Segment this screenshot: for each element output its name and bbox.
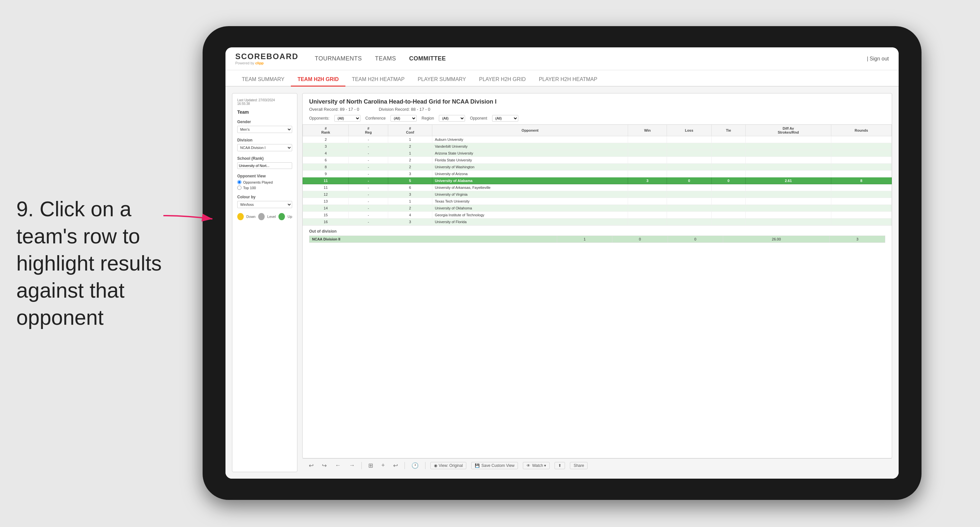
cell-rank: 2 <box>303 136 349 143</box>
copy-button[interactable]: ⊞ <box>367 461 375 470</box>
last-updated-time: 16:55:38 <box>237 102 292 105</box>
share-button[interactable]: Share <box>570 462 587 469</box>
cell-reg: - <box>349 150 388 157</box>
cell-rounds <box>831 170 891 177</box>
nav-left: SCOREBOARD Powered by clipp TOURNAMENTS … <box>235 52 446 65</box>
table-row[interactable]: 11 - 5 University of Alabama 3 0 0 2.61 … <box>303 177 892 184</box>
cell-tie <box>711 198 746 205</box>
cell-rounds <box>831 212 891 218</box>
cell-diff <box>746 150 831 157</box>
cell-rank: 8 <box>303 164 349 170</box>
table-row[interactable]: 12 - 3 University of Virginia <box>303 191 892 198</box>
nav-committee[interactable]: COMMITTEE <box>409 55 446 62</box>
table-row[interactable]: 14 - 2 University of Oklahoma <box>303 205 892 212</box>
cell-reg: - <box>349 191 388 198</box>
nav-tournaments[interactable]: TOURNAMENTS <box>315 55 362 62</box>
cell-conf: 1 <box>388 150 432 157</box>
cell-win <box>628 143 667 150</box>
sidebar-division-section: Division NCAA Division I <box>237 138 292 151</box>
nav-teams[interactable]: TEAMS <box>375 55 396 62</box>
out-of-division-table: NCAA Division II 1 0 0 26.00 3 <box>309 236 885 243</box>
cell-opponent: Texas Tech University <box>432 198 628 205</box>
cell-win <box>628 191 667 198</box>
sidebar-opponent-view-label: Opponent View <box>237 174 292 178</box>
th-rank: #Rank <box>303 125 349 136</box>
table-row[interactable]: 9 - 3 University of Arizona <box>303 170 892 177</box>
back-button[interactable]: ← <box>333 461 342 470</box>
table-row[interactable]: 11 - 6 University of Arkansas, Fayettevi… <box>303 184 892 191</box>
undo2-button[interactable]: ↩ <box>391 461 399 470</box>
cell-conf: 2 <box>388 205 432 212</box>
sidebar-gender-select[interactable]: Men's <box>237 126 292 133</box>
cell-rounds <box>831 191 891 198</box>
table-row[interactable]: 8 - 2 University of Washington <box>303 164 892 170</box>
view-original-button[interactable]: ◉ View: Original <box>430 462 467 469</box>
table-row[interactable]: 15 - 4 Georgia Institute of Technology <box>303 212 892 218</box>
sidebar-school-input[interactable] <box>237 162 292 169</box>
radio-top100[interactable]: Top 100 <box>237 186 292 190</box>
div2-win: 1 <box>557 236 612 243</box>
out-of-division-row[interactable]: NCAA Division II 1 0 0 26.00 3 <box>309 236 885 243</box>
cell-win <box>628 205 667 212</box>
cell-rounds <box>831 136 891 143</box>
save-custom-view-button[interactable]: 💾 Save Custom View <box>471 462 518 469</box>
cell-conf: 5 <box>388 177 432 184</box>
region-filter-label: Region <box>422 116 434 121</box>
table-row[interactable]: 2 - 1 Auburn University <box>303 136 892 143</box>
th-diff: Diff AvStrokes/Rnd <box>746 125 831 136</box>
brand-name: clipp <box>255 61 264 65</box>
sidebar-gender-label: Gender <box>237 119 292 124</box>
div2-loss: 0 <box>612 236 668 243</box>
cell-diff <box>746 157 831 164</box>
redo-button[interactable]: ↪ <box>320 461 328 470</box>
table-row[interactable]: 6 - 2 Florida State University <box>303 157 892 164</box>
sidebar-division-select[interactable]: NCAA Division I <box>237 144 292 151</box>
cell-rounds <box>831 164 891 170</box>
paste-button[interactable]: + <box>380 461 387 470</box>
clock-button[interactable]: 🕐 <box>410 461 420 470</box>
cell-diff <box>746 184 831 191</box>
table-row[interactable]: 4 - 1 Arizona State University <box>303 150 892 157</box>
legend-down-dot <box>237 213 244 220</box>
cell-conf: 2 <box>388 143 432 150</box>
table-row[interactable]: 3 - 2 Vanderbilt University <box>303 143 892 150</box>
table-row[interactable]: 16 - 3 University of Florida <box>303 218 892 225</box>
div2-rounds: 3 <box>830 236 885 243</box>
conference-filter-select[interactable]: (All) <box>390 115 417 121</box>
cell-conf: 3 <box>388 191 432 198</box>
cell-tie <box>711 205 746 212</box>
cell-conf: 3 <box>388 170 432 177</box>
opponents-filter-select[interactable]: (All) <box>334 115 360 121</box>
toolbar-sep1 <box>361 462 362 469</box>
cell-reg: - <box>349 164 388 170</box>
opponent-filter-select[interactable]: (All) <box>492 115 518 121</box>
sub-nav-player-h2h-grid[interactable]: PLAYER H2H GRID <box>473 73 532 87</box>
opponent-filter-label: Opponent <box>470 116 487 121</box>
region-filter-select[interactable]: (All) <box>439 115 465 121</box>
cell-diff <box>746 143 831 150</box>
outer-wrapper: 9. Click on a team's row to highlight re… <box>0 0 980 527</box>
sidebar-team-section: Team <box>237 110 292 115</box>
sub-nav-player-h2h-heatmap[interactable]: PLAYER H2H HEATMAP <box>532 73 604 87</box>
cell-diff <box>746 170 831 177</box>
watch-button[interactable]: 👁 Watch ▾ <box>523 462 550 469</box>
cell-tie <box>711 157 746 164</box>
undo-button[interactable]: ↩ <box>307 461 315 470</box>
cell-opponent: University of Virginia <box>432 191 628 198</box>
sub-nav-player-summary[interactable]: PLAYER SUMMARY <box>411 73 473 87</box>
sub-nav-team-h2h-grid[interactable]: TEAM H2H GRID <box>291 73 345 87</box>
th-opponent: Opponent <box>432 125 628 136</box>
export-button[interactable]: ⬆ <box>555 462 565 469</box>
forward-button[interactable]: → <box>347 461 356 470</box>
radio-opponents-played[interactable]: Opponents Played <box>237 180 292 184</box>
sub-nav-team-h2h-heatmap[interactable]: TEAM H2H HEATMAP <box>345 73 411 87</box>
watch-icon: 👁 <box>527 463 530 468</box>
cell-loss <box>667 157 712 164</box>
table-row[interactable]: 13 - 1 Texas Tech University <box>303 198 892 205</box>
division-record: Division Record: 88 - 17 - 0 <box>379 107 430 112</box>
save-icon: 💾 <box>475 463 480 468</box>
sub-nav-team-summary[interactable]: TEAM SUMMARY <box>235 73 291 87</box>
nav-sign-out[interactable]: | Sign out <box>867 56 889 62</box>
cell-loss <box>667 191 712 198</box>
sidebar-colour-select[interactable]: Win/loss <box>237 201 292 208</box>
